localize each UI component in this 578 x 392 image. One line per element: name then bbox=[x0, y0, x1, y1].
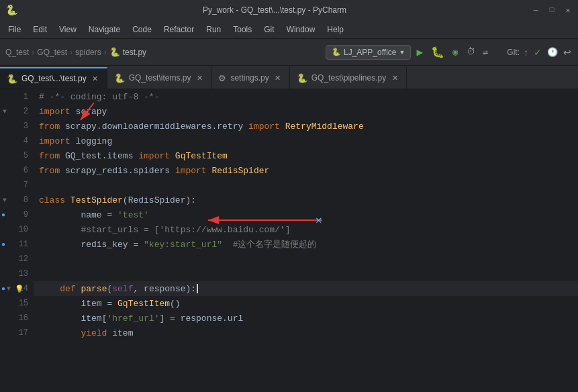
toolbar: Q_test › GQ_test › spiders › 🐍 test.py 🐍… bbox=[0, 39, 578, 66]
tab-bar: 🐍 GQ_test\...\test.py ✕ 🐍 GQ_test\items.… bbox=[0, 66, 578, 89]
minimize-button[interactable]: — bbox=[531, 5, 540, 15]
line-num-4: 4 bbox=[0, 134, 34, 148]
tab-close-items[interactable]: ✕ bbox=[195, 73, 204, 83]
tab-close-test[interactable]: ✕ bbox=[91, 74, 100, 83]
code-line-3: from scrapy.downloadermiddlewares.retry … bbox=[34, 119, 578, 134]
git-history-icon[interactable]: 🕐 bbox=[546, 46, 559, 58]
breadcrumb-spiders[interactable]: spiders bbox=[75, 48, 101, 57]
line-num-16: 16 bbox=[0, 311, 34, 326]
breadcrumb-icon: 🐍 bbox=[109, 47, 120, 57]
tab-icon-items: 🐍 bbox=[114, 73, 125, 83]
tab-label-items: GQ_test\items.py bbox=[129, 73, 191, 83]
code-line-12 bbox=[34, 252, 578, 266]
line-num-12: 12 bbox=[0, 252, 34, 266]
code-line-8: class TestSpider ( RedisSpider ): bbox=[34, 193, 578, 207]
window-controls: — □ ✕ bbox=[531, 5, 573, 15]
code-line-11: redis_key = "key:start_url" #这个名字是随便起的 bbox=[34, 237, 578, 252]
line-num-13: 13 bbox=[0, 266, 34, 281]
line-num-15: 15 bbox=[0, 296, 34, 311]
code-line-6: from scrapy_redis.spiders import RedisSp… bbox=[34, 163, 578, 178]
close-button[interactable]: ✕ bbox=[563, 5, 573, 15]
tab-icon-settings: ⚙ bbox=[218, 73, 226, 83]
git-rollback-icon[interactable]: ↩ bbox=[562, 46, 573, 59]
code-line-13 bbox=[34, 266, 578, 281]
tab-icon-pipelines: 🐍 bbox=[297, 73, 307, 83]
code-line-2: import scrapy bbox=[34, 104, 578, 119]
tab-label-test: GQ_test\...\test.py bbox=[21, 74, 87, 83]
line-num-9: ● 9 bbox=[0, 207, 34, 222]
line-num-6: 6 bbox=[0, 163, 34, 178]
menu-file[interactable]: File bbox=[3, 23, 26, 36]
line-num-14: ● ▼ 💡 14 bbox=[0, 281, 34, 296]
title-bar: 🐍 Py_work - GQ_test\...\test.py - PyChar… bbox=[0, 0, 578, 20]
git-push-icon[interactable]: ↑ bbox=[522, 46, 530, 59]
tab-close-settings[interactable]: ✕ bbox=[273, 73, 283, 83]
line-num-8: ▼ 8 bbox=[0, 193, 34, 207]
menu-navigate[interactable]: Navigate bbox=[83, 23, 126, 36]
tab-close-pipelines[interactable]: ✕ bbox=[390, 73, 399, 83]
tab-icon-test: 🐍 bbox=[7, 74, 17, 84]
menu-git[interactable]: Git bbox=[258, 23, 279, 36]
code-line-5: from GQ_test.items import GqTestItem bbox=[34, 148, 578, 163]
code-kw-import2: import bbox=[39, 107, 70, 117]
line-num-11: ● 11 bbox=[0, 237, 34, 252]
line-num-2: ▼ 2 bbox=[0, 104, 34, 119]
git-commit-icon[interactable]: ✓ bbox=[532, 46, 543, 59]
code-line-7 bbox=[34, 178, 578, 193]
coverage-icon[interactable]: ◉ bbox=[451, 45, 459, 59]
editor-code-wrapper: # -*- coding: utf-8 -*- import scrapy fr… bbox=[34, 89, 578, 392]
app-icon: 🐍 bbox=[5, 4, 18, 17]
menu-help[interactable]: Help bbox=[322, 23, 349, 36]
menu-run[interactable]: Run bbox=[201, 23, 226, 36]
git-label: Git: bbox=[507, 48, 520, 57]
line-gutter: 1 ▼ 2 3 4 5 6 7 ▼ 8 ● 9 10 ● 11 bbox=[0, 89, 34, 392]
menu-bar: File Edit View Navigate Code Refactor Ru… bbox=[0, 20, 578, 39]
line-num-1: 1 bbox=[0, 89, 34, 104]
run-button[interactable]: ▶ bbox=[415, 44, 424, 60]
maximize-button[interactable]: □ bbox=[547, 5, 557, 15]
line-num-17: 17 bbox=[0, 326, 34, 340]
code-line-16: item [ 'href_url' ] = response.url bbox=[34, 311, 578, 326]
window-title: Py_work - GQ_test\...\test.py - PyCharm bbox=[23, 5, 526, 15]
code-area[interactable]: # -*- coding: utf-8 -*- import scrapy fr… bbox=[34, 89, 578, 340]
breadcrumb-file[interactable]: test.py bbox=[123, 48, 146, 57]
breadcrumb-qtest[interactable]: Q_test bbox=[5, 48, 29, 57]
menu-window[interactable]: Window bbox=[281, 23, 321, 36]
git-section: Git: ↑ ✓ 🕐 ↩ bbox=[507, 46, 573, 59]
code-line-15: item = GqTestItem () bbox=[34, 296, 578, 311]
debug-icon[interactable]: 🐛 bbox=[430, 44, 446, 60]
tab-label-settings: settings.py bbox=[230, 73, 269, 83]
breadcrumb-gqtest[interactable]: GQ_test bbox=[37, 48, 67, 57]
menu-edit[interactable]: Edit bbox=[28, 23, 52, 36]
line-num-10: 10 bbox=[0, 222, 34, 237]
code-line-14: def parse ( self , response ): bbox=[34, 281, 578, 296]
code-line-9: name = 'test' bbox=[34, 207, 578, 222]
branch-icon: 🐍 bbox=[332, 48, 341, 56]
tab-settings-py[interactable]: ⚙ settings.py ✕ bbox=[211, 67, 289, 89]
tab-label-pipelines: GQ_test\pipelines.py bbox=[311, 73, 386, 83]
code-line-4: import logging bbox=[34, 134, 578, 148]
code-line-17: yield item bbox=[34, 326, 578, 340]
line-num-3: 3 bbox=[0, 119, 34, 134]
toolbar-actions: ▶ 🐛 ◉ ⏱ ⇌ Git: ↑ ✓ 🕐 ↩ bbox=[415, 44, 573, 60]
code-line-10: #start_urls = ['https://www.baidu.com/'] bbox=[34, 222, 578, 237]
line-num-5: 5 bbox=[0, 148, 34, 163]
code-line-1: # -*- coding: utf-8 -*- bbox=[34, 89, 578, 104]
profile-icon[interactable]: ⏱ bbox=[465, 46, 477, 58]
code-comment-1: # -*- coding: utf-8 -*- bbox=[39, 92, 159, 102]
branch-name: LJ_APP_office bbox=[344, 48, 397, 57]
tab-test-py[interactable]: 🐍 GQ_test\...\test.py ✕ bbox=[0, 67, 107, 89]
editor: 1 ▼ 2 3 4 5 6 7 ▼ 8 ● 9 10 ● 11 bbox=[0, 89, 578, 392]
menu-tools[interactable]: Tools bbox=[228, 23, 257, 36]
cursor bbox=[197, 284, 198, 293]
tab-items-py[interactable]: 🐍 GQ_test\items.py ✕ bbox=[107, 67, 212, 89]
line-num-7: 7 bbox=[0, 178, 34, 193]
tab-pipelines-py[interactable]: 🐍 GQ_test\pipelines.py ✕ bbox=[290, 67, 407, 89]
format-icon[interactable]: ⇌ bbox=[482, 46, 490, 59]
menu-code[interactable]: Code bbox=[127, 23, 157, 36]
branch-button[interactable]: 🐍 LJ_APP_office ▼ bbox=[326, 45, 411, 60]
menu-view[interactable]: View bbox=[54, 23, 82, 36]
menu-refactor[interactable]: Refactor bbox=[158, 23, 199, 36]
breadcrumb: Q_test › GQ_test › spiders › 🐍 test.py bbox=[5, 47, 146, 57]
chevron-down-icon: ▼ bbox=[399, 49, 405, 56]
